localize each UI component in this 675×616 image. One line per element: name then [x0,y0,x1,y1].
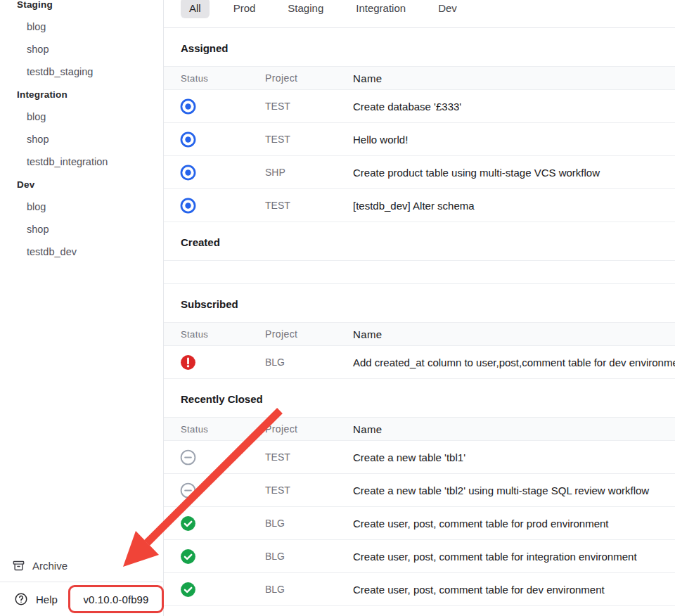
column-header-name: Name [353,72,675,84]
tab-integration[interactable]: Integration [347,0,414,18]
issue-row[interactable]: BLGCreate user, post, comment table for … [164,540,675,573]
column-header-project: Project [265,328,353,340]
app-version-badge: v0.10.0-0fb99 [68,585,164,613]
issue-row[interactable]: BLGCreate user, post, comment table for … [164,573,675,606]
table-header-recently-closed: StatusProjectName [164,417,675,441]
issue-status-cell [181,581,265,598]
issue-row[interactable]: SHPCreate product table using multi-stag… [164,156,675,189]
section-title-subscribed: Subscribed [164,284,675,322]
status-done-icon [179,515,197,532]
issue-row[interactable]: TESTCreate database '£333' [164,90,675,123]
issue-name-cell: Create user, post, comment table for dev… [353,584,675,596]
issue-status-cell [181,548,265,565]
issue-name-cell: [testdb_dev] Alter schema [353,200,675,212]
sidebar-item-blog[interactable]: blog [0,15,163,38]
column-header-project: Project [265,423,353,435]
issue-project-cell: SHP [265,167,353,178]
issue-status-cell [181,197,265,214]
status-open-icon [179,98,197,115]
issue-project-cell: BLG [265,518,353,529]
archive-button[interactable]: Archive [0,549,163,582]
issue-status-cell [181,482,265,499]
env-tabbar: AllProdStagingIntegrationDev [164,0,675,28]
issue-name-cell: Create database '£333' [353,101,675,113]
help-button[interactable]: Help v0.10.0-0fb99 [0,582,163,616]
issue-status-cell [181,164,265,181]
issue-row[interactable]: BLGAdd created_at column to user,post,co… [164,346,675,379]
sidebar-item-shop[interactable]: shop [0,218,163,240]
issue-project-cell: BLG [265,357,353,368]
sidebar-item-testdb_dev[interactable]: testdb_dev [0,240,163,263]
issue-status-cell [181,354,265,371]
issue-name-cell: Hello world! [353,134,675,146]
issue-status-cell [181,449,265,466]
status-open-icon [179,131,197,148]
status-done-icon [179,548,197,565]
app-window: Stagingblogshoptestdb_stagingIntegration… [0,0,675,616]
column-header-status: Status [181,424,265,435]
issue-name-cell: Create a new table 'tbl1' [353,451,675,463]
issue-project-cell: BLG [265,584,353,595]
sidebar-group-integration: Integration [0,83,163,105]
issue-name-cell: Create user, post, comment table for int… [353,551,675,563]
help-icon [14,592,28,606]
help-label: Help [36,593,58,605]
table-header-subscribed: StatusProjectName [164,322,675,346]
sidebar: Stagingblogshoptestdb_stagingIntegration… [0,0,164,616]
status-error-icon [179,354,197,371]
sidebar-item-blog[interactable]: blog [0,195,163,218]
archive-label: Archive [32,560,68,572]
sidebar-item-shop[interactable]: shop [0,128,163,150]
status-open-icon [179,164,197,181]
issue-row[interactable]: TESTCreate a new table 'tbl1' [164,441,675,474]
sidebar-nav: Stagingblogshoptestdb_stagingIntegration… [0,0,163,263]
issue-status-cell [181,515,265,532]
column-header-name: Name [353,423,675,435]
column-header-status: Status [181,329,265,340]
status-canceled-icon [179,482,197,499]
column-header-status: Status [181,73,265,84]
sidebar-group-dev: Dev [0,173,163,195]
archive-icon [12,559,25,572]
status-done-icon [179,581,197,598]
issue-project-cell: TEST [265,485,353,496]
status-open-icon [179,197,197,214]
issue-project-cell: TEST [265,101,353,112]
issue-row[interactable]: BLGCreate user, post, comment table for … [164,507,675,540]
column-header-name: Name [353,328,675,340]
issue-project-cell: BLG [265,551,353,562]
empty-table-created [164,260,675,284]
sidebar-footer: Archive Help v0.10.0-0fb99 [0,549,163,616]
issue-name-cell: Create a new table 'tbl2' using multi-st… [353,485,675,496]
column-header-project: Project [265,72,353,84]
issue-row[interactable]: TESTHello world! [164,123,675,156]
issue-status-cell [181,131,265,148]
status-canceled-icon [179,449,197,466]
issue-project-cell: TEST [265,134,353,145]
tab-staging[interactable]: Staging [279,0,332,18]
tab-all[interactable]: All [181,0,210,18]
sidebar-item-blog[interactable]: blog [0,105,163,128]
main-content: AllProdStagingIntegrationDev AssignedSta… [164,0,675,616]
sidebar-group-staging: Staging [0,0,163,15]
section-title-created: Created [164,222,675,260]
sidebar-item-testdb_integration[interactable]: testdb_integration [0,150,163,173]
tab-dev[interactable]: Dev [430,0,465,18]
issue-status-cell [181,98,265,115]
table-header-assigned: StatusProjectName [164,66,675,90]
issue-project-cell: TEST [265,200,353,211]
sections-container: AssignedStatusProjectNameTESTCreate data… [164,28,675,606]
issue-name-cell: Create user, post, comment table for pro… [353,518,675,530]
section-title-recently-closed: Recently Closed [164,379,675,417]
issue-name-cell: Create product table using multi-stage V… [353,167,675,179]
sidebar-item-shop[interactable]: shop [0,38,163,60]
sidebar-item-testdb_staging[interactable]: testdb_staging [0,60,163,83]
issue-row[interactable]: TESTCreate a new table 'tbl2' using mult… [164,474,675,507]
issue-row[interactable]: TEST[testdb_dev] Alter schema [164,189,675,222]
issue-project-cell: TEST [265,451,353,463]
issue-name-cell: Add created_at column to user,post,comme… [353,357,675,368]
tab-prod[interactable]: Prod [225,0,264,18]
section-title-assigned: Assigned [164,28,675,66]
